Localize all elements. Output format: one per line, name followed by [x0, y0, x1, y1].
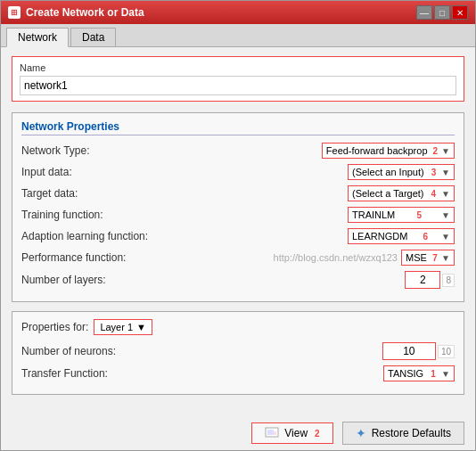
target-data-select[interactable]: (Select a Target) 4 ▼: [348, 185, 455, 201]
name-input[interactable]: [20, 76, 456, 95]
network-type-row: Network Type: Feed-forward backprop 2 ▼: [21, 143, 455, 159]
transfer-function-row: Transfer Function: TANSIG 1 ▼: [21, 365, 455, 381]
title-bar-left: ⊞ Create Network or Data: [8, 6, 144, 19]
training-function-row: Training function: TRAINLM 5 ▼: [21, 207, 455, 223]
window-title: Create Network or Data: [26, 6, 144, 19]
network-properties-section: Network Properties Network Type: Feed-fo…: [12, 112, 464, 302]
transfer-function-control: TANSIG 1 ▼: [200, 365, 455, 381]
performance-function-arrow-icon: ▼: [441, 253, 450, 263]
layer-properties-section: Properties for: Layer 1 ▼ Number of neur…: [12, 311, 464, 395]
adaption-learning-row: Adaption learning function: LEARNGDM 6 ▼: [21, 228, 455, 244]
num-layers-badge: 8: [442, 274, 455, 287]
performance-function-label: Performance function:: [21, 251, 200, 264]
num-neurons-label: Number of neurons:: [21, 345, 200, 357]
num-layers-label: Number of layers:: [21, 274, 200, 286]
num-neurons-control: 10: [200, 342, 455, 360]
layer-select-arrow-icon: ▼: [136, 322, 146, 332]
performance-function-control: http://blog.csdn.net/wzxq123 MSE 7 ▼: [200, 250, 455, 266]
watermark-text: http://blog.csdn.net/wzxq123: [274, 252, 398, 263]
target-data-control: (Select a Target) 4 ▼: [200, 185, 455, 201]
network-type-label: Network Type:: [21, 144, 200, 157]
layer-props-header: Properties for: Layer 1 ▼: [21, 319, 455, 335]
star-icon: ✦: [356, 426, 366, 440]
layer-select[interactable]: Layer 1 ▼: [94, 319, 152, 335]
main-window: ⊞ Create Network or Data — □ ✕ Network D…: [0, 0, 476, 451]
input-data-control: (Select an Input) 3 ▼: [200, 164, 455, 180]
input-data-arrow-icon: ▼: [441, 168, 450, 177]
performance-function-select[interactable]: MSE 7 ▼: [401, 250, 455, 266]
num-neurons-input[interactable]: [382, 342, 436, 360]
input-data-row: Input data: (Select an Input) 3 ▼: [21, 164, 455, 180]
network-type-select[interactable]: Feed-forward backprop 2 ▼: [322, 143, 455, 159]
network-type-arrow-icon: ▼: [441, 146, 450, 156]
training-function-control: TRAINLM 5 ▼: [200, 207, 455, 223]
target-data-arrow-icon: ▼: [441, 189, 450, 199]
num-layers-row: Number of layers: 8: [21, 271, 455, 289]
tab-bar: Network Data: [1, 24, 475, 47]
tab-network[interactable]: Network: [6, 28, 69, 47]
training-function-arrow-icon: ▼: [441, 210, 450, 220]
performance-function-row: Performance function: http://blog.csdn.n…: [21, 250, 455, 266]
network-properties-title: Network Properties: [21, 120, 455, 135]
transfer-function-label: Transfer Function:: [21, 367, 200, 380]
view-icon: [265, 427, 279, 439]
title-bar: ⊞ Create Network or Data — □ ✕: [1, 1, 475, 24]
num-neurons-row: Number of neurons: 10: [21, 342, 455, 360]
transfer-function-arrow-icon: ▼: [441, 369, 450, 379]
tab-data[interactable]: Data: [70, 28, 116, 46]
target-data-label: Target data:: [21, 187, 200, 200]
num-neurons-badge: 10: [438, 345, 455, 358]
name-label: Name: [20, 62, 456, 73]
view-button[interactable]: View 2: [251, 422, 332, 444]
footer-buttons: View 2 ✦ Restore Defaults: [1, 416, 475, 450]
content-area: Name Network Properties Network Type: Fe…: [1, 47, 475, 416]
adaption-learning-arrow-icon: ▼: [441, 232, 450, 242]
adaption-learning-select[interactable]: LEARNGDM 6 ▼: [348, 228, 455, 244]
network-type-control: Feed-forward backprop 2 ▼: [200, 143, 455, 159]
transfer-function-select[interactable]: TANSIG 1 ▼: [383, 365, 455, 381]
num-layers-control: 8: [200, 271, 455, 289]
training-function-select[interactable]: TRAINLM 5 ▼: [348, 207, 455, 223]
window-icon: ⊞: [8, 6, 21, 19]
name-group: Name: [12, 56, 464, 102]
restore-defaults-button[interactable]: ✦ Restore Defaults: [342, 422, 464, 445]
close-button[interactable]: ✕: [452, 5, 468, 20]
title-bar-buttons: — □ ✕: [416, 5, 468, 20]
layer-props-for-label: Properties for:: [21, 321, 88, 333]
training-function-label: Training function:: [21, 209, 200, 221]
svg-rect-1: [267, 430, 274, 435]
num-layers-input[interactable]: [405, 271, 440, 289]
adaption-learning-label: Adaption learning function:: [21, 230, 200, 242]
input-data-label: Input data:: [21, 166, 200, 178]
adaption-learning-control: LEARNGDM 6 ▼: [200, 228, 455, 244]
target-data-row: Target data: (Select a Target) 4 ▼: [21, 185, 455, 201]
minimize-button[interactable]: —: [416, 5, 432, 20]
input-data-select[interactable]: (Select an Input) 3 ▼: [348, 164, 455, 180]
svg-rect-2: [274, 431, 276, 435]
maximize-button[interactable]: □: [434, 5, 450, 20]
